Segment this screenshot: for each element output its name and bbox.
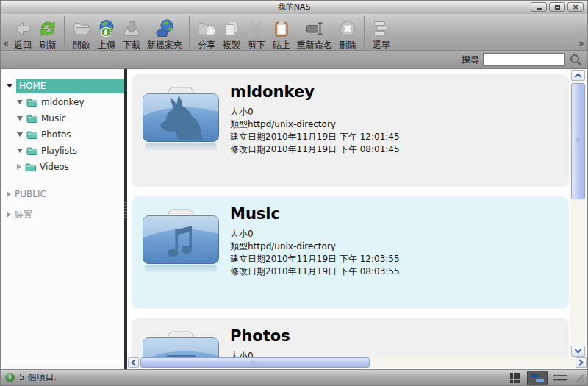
cut-button[interactable]: 剪下	[244, 15, 269, 51]
toolbar-expand-right[interactable]: »	[578, 37, 584, 49]
window-title: 我的NAS	[278, 2, 311, 12]
file-list: mldonkey 大小0 類型httpd/unix-directory 建立日期…	[127, 69, 587, 369]
maximize-button[interactable]	[549, 2, 565, 12]
copy-button[interactable]: 複製	[219, 15, 244, 51]
paste-button[interactable]: 貼上	[269, 15, 294, 51]
sidebar-item-label: PUBLIC	[15, 189, 46, 199]
toolbar: « 返回 刷新	[1, 14, 587, 51]
back-button[interactable]: 返回	[10, 15, 35, 51]
sidebar-item-mldonkey[interactable]: mldonkey	[1, 94, 124, 110]
file-name: Music	[230, 205, 400, 223]
delete-icon	[338, 15, 357, 38]
vertical-scroll-thumb[interactable]	[571, 83, 585, 199]
sidebar-item-devices[interactable]: 裝置	[1, 207, 124, 223]
chevron-right-icon[interactable]	[17, 164, 21, 170]
resize-grip[interactable]	[573, 372, 584, 383]
sidebar-item-music[interactable]: Music	[1, 110, 124, 126]
file-row-music[interactable]: Music 大小0 類型httpd/unix-directory 建立日期201…	[132, 196, 569, 309]
toolbar-separator	[64, 16, 65, 48]
chevron-down-icon[interactable]	[17, 149, 23, 153]
close-button[interactable]: ×	[567, 2, 584, 12]
file-row-photos[interactable]: Photos 大小0 類型httpd/unix-directory	[132, 318, 569, 357]
file-size: 大小0	[230, 350, 336, 357]
sidebar-item-playlists[interactable]: Playlists	[1, 143, 124, 159]
chevron-down-icon[interactable]	[17, 100, 23, 104]
horizontal-scroll-thumb[interactable]	[140, 357, 370, 368]
menu-icon	[372, 15, 391, 38]
sidebar-item-label: Videos	[40, 162, 69, 172]
sidebar-item-home[interactable]: HOME	[1, 78, 124, 94]
donkey-folder-icon	[142, 86, 220, 187]
delete-button[interactable]: 刪除	[335, 15, 360, 51]
sidebar-item-photos[interactable]: Photos	[1, 126, 124, 143]
chevron-right-icon[interactable]	[7, 191, 11, 197]
photo-folder-icon	[142, 330, 220, 357]
scroll-right-button[interactable]	[576, 357, 587, 368]
file-created: 建立日期2010年11月19日 下午 12:01:45	[230, 131, 400, 143]
file-size: 大小0	[230, 228, 400, 240]
scroll-up-button[interactable]	[571, 70, 585, 81]
chevron-down-icon[interactable]	[7, 84, 12, 88]
minimize-icon	[537, 8, 542, 10]
scroll-down-button[interactable]	[571, 346, 585, 357]
toolbar-separator	[189, 16, 190, 48]
toolbar-collapse-left[interactable]: «	[3, 37, 9, 49]
sidebar-item-label: mldonkey	[41, 97, 85, 107]
details-view-button[interactable]	[553, 373, 568, 383]
file-modified: 修改日期2010年11月19日 下午 08:01:45	[230, 143, 400, 156]
sidebar: HOME mldonkey Music	[1, 69, 124, 369]
sidebar-item-label: Music	[41, 113, 66, 124]
title-bar: 我的NAS ×	[1, 1, 587, 15]
sidebar-item-label: Photos	[41, 129, 71, 140]
file-modified: 修改日期2010年11月19日 下午 08:03:55	[230, 265, 400, 278]
sidebar-item-videos[interactable]: Videos	[1, 159, 124, 175]
music-folder-icon	[142, 208, 220, 309]
file-type: 類型httpd/unix-directory	[230, 118, 400, 131]
maximize-icon	[555, 5, 560, 10]
share-button[interactable]: 分享	[194, 15, 219, 51]
sidebar-item-label: Playlists	[41, 146, 77, 156]
horizontal-scrollbar[interactable]	[127, 357, 587, 368]
vertical-scrollbar[interactable]	[570, 69, 586, 357]
download-button[interactable]: 下載	[119, 15, 144, 51]
sidebar-item-public[interactable]: PUBLIC	[1, 186, 124, 202]
file-size: 大小0	[230, 106, 400, 118]
minimize-button[interactable]	[531, 2, 547, 12]
info-icon: i	[5, 373, 15, 382]
search-input[interactable]	[483, 53, 565, 66]
menu-button[interactable]: 選單	[369, 15, 394, 51]
file-name: mldonkey	[230, 83, 400, 101]
scroll-left-button[interactable]	[128, 357, 139, 368]
folder-icon	[25, 162, 36, 171]
nas-window: 我的NAS × « 返回 刷新	[0, 0, 588, 386]
folder-icon	[26, 146, 37, 155]
refresh-button[interactable]: 刷新	[35, 15, 60, 51]
sidebar-item-label: HOME	[16, 79, 124, 93]
upload-icon	[97, 15, 116, 38]
rename-button[interactable]: 重新命名	[294, 15, 335, 51]
search-icon[interactable]	[569, 53, 582, 66]
share-icon	[197, 15, 216, 38]
rename-icon	[305, 15, 324, 38]
close-icon: ×	[572, 4, 578, 11]
file-row-mldonkey[interactable]: mldonkey 大小0 類型httpd/unix-directory 建立日期…	[132, 74, 569, 187]
refresh-icon	[38, 15, 57, 38]
search-bar: 搜尋	[1, 51, 587, 69]
new-folder-button[interactable]: 新檔案夾	[144, 15, 185, 51]
search-label: 搜尋	[462, 54, 479, 66]
folder-icon	[26, 114, 37, 123]
paste-icon	[272, 15, 291, 38]
sidebar-item-label: 裝置	[15, 209, 32, 221]
cut-icon	[247, 15, 266, 38]
upload-button[interactable]: 上傳	[94, 15, 119, 51]
file-type: 類型httpd/unix-directory	[230, 240, 400, 253]
grid-view-button[interactable]	[509, 371, 522, 385]
new-folder-icon	[155, 15, 174, 38]
file-created: 建立日期2010年11月19日 下午 12:03:55	[230, 253, 400, 265]
chevron-down-icon[interactable]	[17, 116, 23, 121]
chevron-right-icon[interactable]	[7, 212, 11, 218]
toolbar-separator	[364, 16, 365, 48]
open-button[interactable]: 開啟	[69, 15, 94, 51]
chevron-down-icon[interactable]	[17, 132, 23, 137]
list-view-button[interactable]	[527, 371, 548, 385]
